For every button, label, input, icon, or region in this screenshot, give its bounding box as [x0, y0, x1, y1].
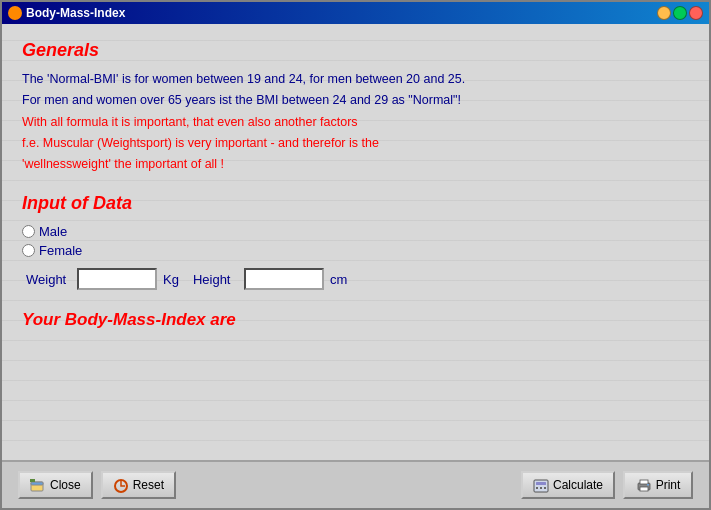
footer: Close Reset Calcula — [2, 460, 709, 508]
info-line4: f.e. Muscular (Weightsport) is very impo… — [22, 133, 689, 154]
height-label: Height — [193, 272, 238, 287]
svg-rect-7 — [540, 487, 542, 489]
result-label: Your Body-Mass-Index are — [22, 310, 689, 330]
svg-rect-8 — [544, 487, 546, 489]
window-close-button[interactable] — [689, 6, 703, 20]
calculate-button[interactable]: Calculate — [521, 471, 615, 499]
female-radio-item[interactable]: Female — [22, 243, 689, 258]
svg-rect-1 — [31, 482, 43, 485]
male-label: Male — [39, 224, 67, 239]
gender-radio-group: Male Female — [22, 224, 689, 258]
female-label: Female — [39, 243, 82, 258]
close-icon — [30, 477, 46, 493]
input-section: Input of Data Male Female Weight Kg Heig… — [22, 193, 689, 330]
info-line5: 'wellnessweight' the important of all ! — [22, 154, 689, 175]
reset-label: Reset — [133, 478, 164, 492]
calculate-label: Calculate — [553, 478, 603, 492]
app-icon — [8, 6, 22, 20]
height-unit: cm — [330, 272, 347, 287]
weight-label: Weight — [26, 272, 71, 287]
reset-icon — [113, 477, 129, 493]
calculate-icon — [533, 477, 549, 493]
title-buttons — [657, 6, 703, 20]
info-line3: With all formula it is important, that e… — [22, 112, 689, 133]
print-icon — [636, 477, 652, 493]
weight-unit: Kg — [163, 272, 179, 287]
minimize-button[interactable] — [657, 6, 671, 20]
svg-rect-5 — [536, 482, 546, 485]
svg-rect-6 — [536, 487, 538, 489]
title-bar: Body-Mass-Index — [2, 2, 709, 24]
svg-rect-10 — [640, 480, 648, 484]
print-label: Print — [656, 478, 681, 492]
title-bar-left: Body-Mass-Index — [8, 6, 125, 20]
female-radio[interactable] — [22, 244, 35, 257]
reset-button[interactable]: Reset — [101, 471, 176, 499]
svg-rect-12 — [647, 484, 649, 486]
svg-marker-2 — [30, 479, 35, 482]
main-window: Body-Mass-Index Generals The 'Normal-BMI… — [0, 0, 711, 510]
print-button[interactable]: Print — [623, 471, 693, 499]
height-input[interactable] — [244, 268, 324, 290]
content-area: Generals The 'Normal-BMI' is for women b… — [2, 24, 709, 460]
male-radio[interactable] — [22, 225, 35, 238]
maximize-button[interactable] — [673, 6, 687, 20]
generals-title: Generals — [22, 40, 689, 61]
window-title: Body-Mass-Index — [26, 6, 125, 20]
measurements-row: Weight Kg Height cm — [22, 268, 689, 290]
info-line2: For men and women over 65 years ist the … — [22, 90, 689, 111]
svg-rect-11 — [640, 487, 648, 491]
close-button[interactable]: Close — [18, 471, 93, 499]
close-label: Close — [50, 478, 81, 492]
info-line1: The 'Normal-BMI' is for women between 19… — [22, 69, 689, 90]
input-title: Input of Data — [22, 193, 689, 214]
weight-input[interactable] — [77, 268, 157, 290]
svg-rect-4 — [534, 480, 548, 492]
male-radio-item[interactable]: Male — [22, 224, 689, 239]
